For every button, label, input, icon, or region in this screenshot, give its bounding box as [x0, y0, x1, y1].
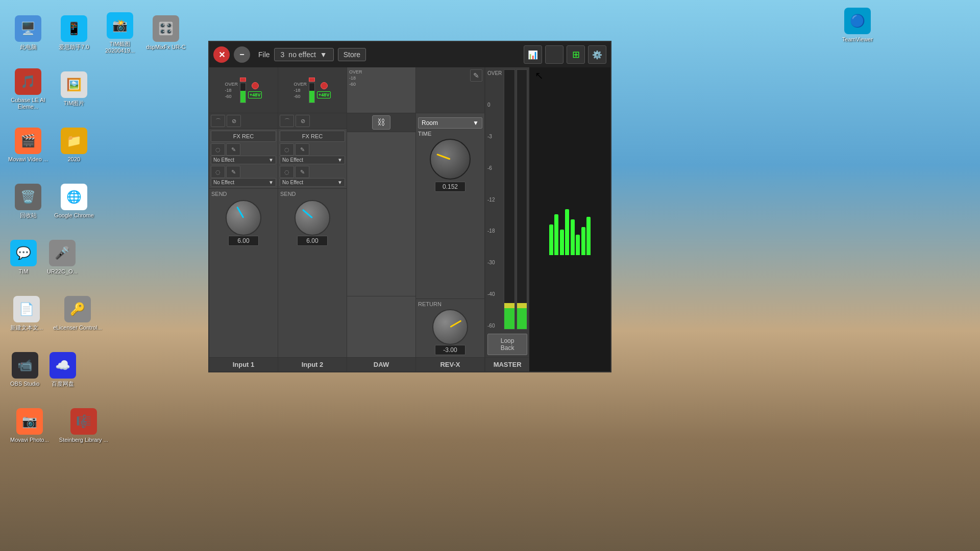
input2-send-value: 6.00 [297, 236, 328, 246]
input1-filter-row: ⌒ ⊘ [209, 113, 278, 129]
input1-effect2-dropdown[interactable]: No Effect ▼ [211, 178, 276, 187]
desktop-icons-area: 🖥️ 此电脑 📱 爱思助手7.0 📸 TIM截图 20200419... 🎛️ … [0, 0, 204, 551]
revx-power-button[interactable]: ✎ [470, 69, 482, 82]
input2-highpass-button[interactable]: ⌒ [280, 115, 294, 127]
mixer-view-button[interactable]: ⊞ [567, 45, 585, 64]
my-computer-icon: 🖥️ [15, 15, 41, 42]
revx-meter-section: ✎ [416, 67, 484, 113]
input1-effect2-power[interactable]: ◌ [211, 166, 225, 178]
input2-effect1-power[interactable]: ◌ [280, 143, 294, 156]
master-channel-label: MASTER [485, 357, 529, 371]
desktop-icon-qq[interactable]: 📱 爱思助手7.0 [51, 5, 97, 61]
desktop-icon-tim-controller[interactable]: 📸 TIM截图 20200419... [97, 5, 143, 61]
input2-effect2-power[interactable]: ◌ [280, 166, 294, 178]
input1-effect2-edit[interactable]: ✎ [226, 166, 240, 178]
steinberg-icon: 🎼 [70, 408, 97, 435]
revx-room-dropdown[interactable]: Room ▼ [418, 117, 482, 129]
master-level-right-yellow [517, 303, 527, 308]
movavi-video-icon: 🎬 [15, 128, 41, 154]
input2-effect2-edit[interactable]: ✎ [295, 166, 309, 178]
desktop-icon-new-text[interactable]: 📄 新建文本文... [8, 288, 45, 339]
file-menu[interactable]: File [258, 51, 270, 59]
eq-visualization [549, 194, 591, 255]
revx-time-label: TIME [418, 131, 482, 137]
eq-bar-2b [565, 209, 569, 255]
recycle-icon: 🗑️ [15, 184, 41, 210]
loop-back-button[interactable]: Loop Back [487, 334, 527, 355]
desktop-icon-cubase[interactable]: 🎵 Cubase LE AI Eleme... [5, 61, 51, 117]
input1-phantom-power[interactable]: +48V [248, 91, 262, 98]
daw-chain-button[interactable]: ⛓ [372, 115, 390, 130]
master-section: OVER 0 -3 -6 -12 -18 -30 -40 -60 [485, 67, 529, 371]
input2-effect1-edit[interactable]: ✎ [295, 143, 309, 156]
movavi-video-label: Movavi Video ... [8, 156, 48, 163]
eq-group-1 [549, 214, 558, 255]
elicenser-label: eLicenser Control... [53, 324, 102, 331]
channel-input2: OVER -18 -60 +48V [278, 67, 347, 371]
revx-return-knob[interactable] [432, 309, 468, 345]
mixer-titlebar: ✕ − File 3 no effect ▼ Store 📊 ⊞ ⚙️ [209, 42, 610, 67]
input1-level-bar [240, 78, 246, 103]
mixer-window: ✕ − File 3 no effect ▼ Store 📊 ⊞ ⚙️ [208, 41, 611, 372]
settings-button[interactable]: ⚙️ [588, 45, 606, 64]
input1-fx-rec-button[interactable]: FX REC [211, 131, 276, 142]
revx-return-label: RETURN [418, 301, 442, 307]
input1-effect2-row: ◌ ✎ [211, 166, 276, 178]
desktop-icon-ur22c[interactable]: 🎤 UR22C_O... [44, 232, 80, 283]
eq-group-3 [571, 219, 580, 255]
input1-highpass-button[interactable]: ⌒ [211, 115, 225, 127]
desktop-icon-obs[interactable]: 📹 OBS Studio [8, 344, 42, 395]
input2-record-button[interactable] [321, 82, 328, 89]
master-meter-left [504, 69, 515, 330]
input2-channel-label: Input 2 [278, 357, 347, 371]
tim-controller-label: TIM截图 20200419... [100, 41, 140, 54]
input2-phantom-power[interactable]: +48V [317, 91, 331, 98]
input1-effect1-edit[interactable]: ✎ [226, 143, 240, 156]
daw-fx-area [347, 132, 415, 296]
eq-bar-4a [581, 227, 585, 255]
input2-phase-button[interactable]: ⊘ [296, 115, 310, 127]
desktop-icon-teamviewer[interactable]: 🔵 TeamViewer [837, 5, 878, 45]
channels-container: OVER -18 -60 +48V [209, 67, 485, 371]
desktop-icon-tim-app[interactable]: 💬 TIM [8, 232, 39, 283]
desktop-icon-steinberg[interactable]: 🎼 Steinberg Library ... [57, 400, 111, 452]
eq-bar-1b [554, 214, 558, 255]
meter-view-button[interactable]: 📊 [524, 45, 542, 64]
input2-filter-row: ⌒ ⊘ [278, 113, 347, 129]
input1-over-indicator [240, 78, 246, 82]
minimize-button[interactable]: − [234, 46, 250, 63]
desktop-icon-2020[interactable]: 📁 2020 [51, 117, 97, 173]
desktop-icon-recycle[interactable]: 🗑️ 回收站 [5, 173, 51, 230]
input1-record-button[interactable] [252, 82, 259, 89]
input2-effect2-dropdown[interactable]: No Effect ▼ [280, 178, 345, 187]
desktop-icon-movavi-photo[interactable]: 📷 Movavi Photo... [8, 400, 52, 452]
tim-app-icon: 💬 [10, 240, 37, 266]
desktop-icon-baidu[interactable]: ☁️ 百度网盘 [47, 344, 79, 395]
revx-return-section: RETURN -3.00 [416, 298, 484, 357]
eq-bar-3a [571, 219, 575, 255]
preset-selector[interactable]: 3 no effect ▼ [274, 48, 334, 61]
desktop-icon-movavi-video[interactable]: 🎬 Movavi Video ... [5, 117, 51, 173]
movavi-photo-label: Movavi Photo... [10, 437, 49, 443]
desktop-icon-elicenser[interactable]: 🔑 eLicenser Control... [51, 288, 104, 339]
steinberg-label: Steinberg Library ... [59, 437, 108, 443]
input2-over-indicator [309, 78, 315, 82]
input2-effect1-dropdown[interactable]: No Effect ▼ [280, 156, 345, 164]
preset-name: no effect [288, 51, 315, 59]
year-2020-label: 2020 [68, 156, 80, 163]
revx-channel-label: REV-X [416, 357, 484, 371]
store-button[interactable]: Store [338, 48, 366, 61]
tim-controller-icon: 📸 [107, 12, 133, 39]
input1-effect1-power[interactable]: ◌ [211, 143, 225, 156]
input2-send-knob[interactable] [295, 200, 330, 236]
revx-time-knob[interactable] [430, 139, 471, 180]
input2-fx-rec-button[interactable]: FX REC [280, 131, 345, 142]
close-button[interactable]: ✕ [213, 46, 230, 63]
input1-send-knob[interactable] [226, 200, 261, 236]
desktop-icon-tim-pics[interactable]: 🖼️ TIM图片 [51, 61, 97, 117]
input1-phase-button[interactable]: ⊘ [227, 115, 241, 127]
desktop-icon-my-computer[interactable]: 🖥️ 此电脑 [5, 5, 51, 61]
desktop-icon-chrome[interactable]: 🌐 Google Chrome [51, 173, 97, 230]
input1-effect1-dropdown[interactable]: No Effect ▼ [211, 156, 276, 164]
desktop-icon-dsp[interactable]: 🎛️ dspMixFx UR-C [143, 5, 189, 61]
